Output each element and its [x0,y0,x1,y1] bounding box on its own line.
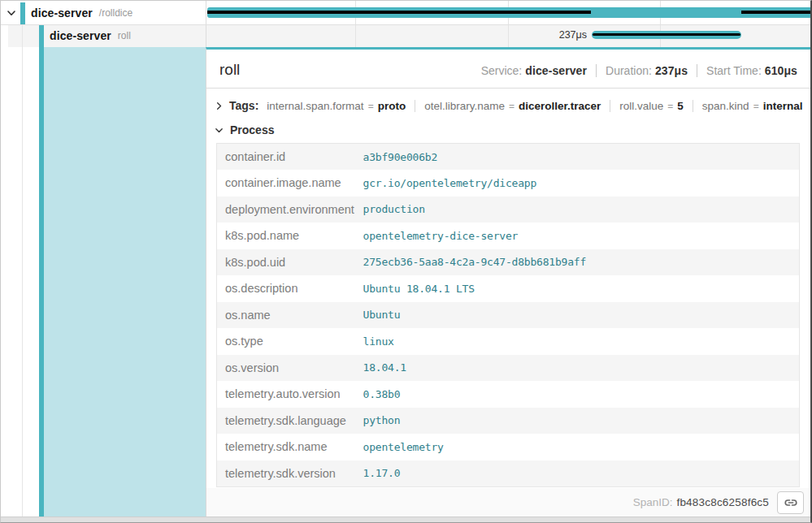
process-table-row: os.description Ubuntu 18.04.1 LTS [217,275,800,302]
process-key: deployment.environment [217,197,363,223]
span-operation-name: roll [118,30,131,41]
process-key: k8s.pod.name [217,223,363,249]
process-table-row: telemetry.sdk.version 1.17.0 [217,460,800,487]
process-value: 1.17.0 [363,460,800,487]
process-table-row: os.version 18.04.1 [217,355,800,382]
meta-label: Service: [481,64,523,77]
span-row-roll[interactable]: dice-server roll [1,24,206,47]
tags-header-label: Tags: [229,99,258,112]
tag-key: internal.span.format [267,100,363,112]
tag-key: roll.value [619,100,663,112]
tag-equals: = [753,101,759,112]
span-service-name[interactable]: dice-server [31,6,93,19]
span-detail-footer: SpanID: fb483c8c6258f6c5 [206,488,810,517]
meta-label: Start Time: [706,64,762,77]
tag-value: diceroller.tracer [519,100,601,112]
tag-value: proto [378,100,406,112]
tags-section-toggle[interactable]: Tags: internal.span.format=proto otel.li… [215,95,802,116]
process-key: os.version [217,355,363,382]
process-value: python [363,408,800,434]
span-operation-name: /rolldice [99,7,132,19]
tags-list: internal.span.format=proto otel.library.… [267,100,802,112]
process-key: telemetry.sdk.language [217,408,363,434]
critical-path-segment [593,33,740,36]
process-value: linux [363,328,800,355]
span-bar-roll[interactable] [592,31,741,39]
span-detail-header: roll Service:dice-server Duration:237μs … [206,50,810,89]
process-table-row: telemetry.sdk.name opentelemetry [217,434,800,460]
row-separator [1,24,810,25]
tag-item: otel.library.name=diceroller.tracer [415,100,601,112]
tag-key: span.kind [702,100,749,112]
tag-item: internal.span.format=proto [267,100,406,112]
span-title: roll [219,61,240,79]
chevron-down-icon[interactable] [215,126,224,135]
process-key: telemetry.auto.version [217,381,363,408]
process-table-row: telemetry.auto.version 0.38b0 [217,381,800,408]
meta-item: Service:dice-server [481,64,587,77]
span-name-panel: dice-server /rolldice dice-server roll [1,1,206,522]
tag-item: span.kind=internal [693,100,803,112]
process-value: production [363,197,800,223]
tag-value: internal [763,100,803,112]
tree-guide-line [22,24,23,517]
process-table-row: os.type linux [217,328,800,355]
span-duration-label: 237μs [559,29,587,41]
tag-value: 5 [677,100,684,112]
meta-item: Duration:237μs [596,64,688,77]
meta-item: Start Time:610μs [697,64,797,77]
process-key: k8s.pod.uid [217,249,363,276]
span-detail-panel: roll Service:dice-server Duration:237μs … [206,47,810,517]
process-key: os.type [217,328,363,355]
process-key: container.image.name [217,170,363,197]
tag-equals: = [509,101,515,112]
process-key: os.description [217,275,363,302]
process-value: 0.38b0 [363,381,800,408]
process-value: a3bf90e006b2 [363,144,800,171]
process-key: telemetry.sdk.version [217,460,363,487]
process-table-row: k8s.pod.uid 275ecb36-5aa8-4c2a-9c47-d8bb… [217,249,800,276]
bottom-scroll-track[interactable] [1,517,810,522]
process-value: Ubuntu [363,302,800,329]
span-meta: Service:dice-server Duration:237μs Start… [481,64,797,77]
link-icon [784,495,798,510]
process-section-toggle[interactable]: Process [215,121,802,139]
meta-label: Duration: [606,64,652,77]
process-table-row: container.image.name gcr.io/opentelemetr… [217,170,800,197]
process-value: opentelemetry-dice-server [363,223,800,249]
process-table-row: deployment.environment production [217,197,800,223]
process-attributes-table: container.id a3bf90e006b2 container.imag… [216,143,800,487]
process-table-row: telemetry.sdk.language python [217,408,800,434]
chevron-down-icon[interactable] [7,8,16,18]
span-row-rolldice[interactable]: dice-server /rolldice [1,1,206,24]
process-value: 275ecb36-5aa8-4c2a-9c47-d8bb681b9aff [363,249,800,276]
deep-link-button[interactable] [777,491,804,514]
critical-path-segment [741,11,810,14]
process-value: opentelemetry [363,434,800,460]
tag-key: otel.library.name [424,100,505,112]
process-value: Ubuntu 18.04.1 LTS [363,275,800,302]
selected-span-subtree-shading [44,47,206,517]
trace-detail-window: dice-server /rolldice dice-server roll 2… [0,0,812,523]
process-header-label: Process [230,123,274,136]
process-key: telemetry.sdk.name [217,434,363,460]
meta-value: 610μs [765,64,797,77]
process-table-row: container.id a3bf90e006b2 [217,144,800,171]
span-bar-rolldice[interactable] [207,7,810,18]
process-table-row: os.name Ubuntu [217,302,800,329]
tag-item: roll.value=5 [610,100,684,112]
chevron-right-icon[interactable] [215,102,224,110]
spanid-label: SpanID: [633,496,673,508]
span-service-name[interactable]: dice-server [50,29,111,42]
tag-equals: = [368,101,374,112]
process-key: os.name [217,302,363,329]
critical-path-segment [207,11,591,14]
meta-value: 237μs [655,64,688,77]
span-color-stripe-rolldice [20,2,25,24]
spanid-value: fb483c8c6258f6c5 [676,496,769,508]
process-key: container.id [217,144,363,171]
process-value: 18.04.1 [363,355,800,382]
meta-value: dice-server [525,64,587,77]
span-color-stripe-roll [39,24,44,517]
process-table-row: k8s.pod.name opentelemetry-dice-server [217,223,800,249]
